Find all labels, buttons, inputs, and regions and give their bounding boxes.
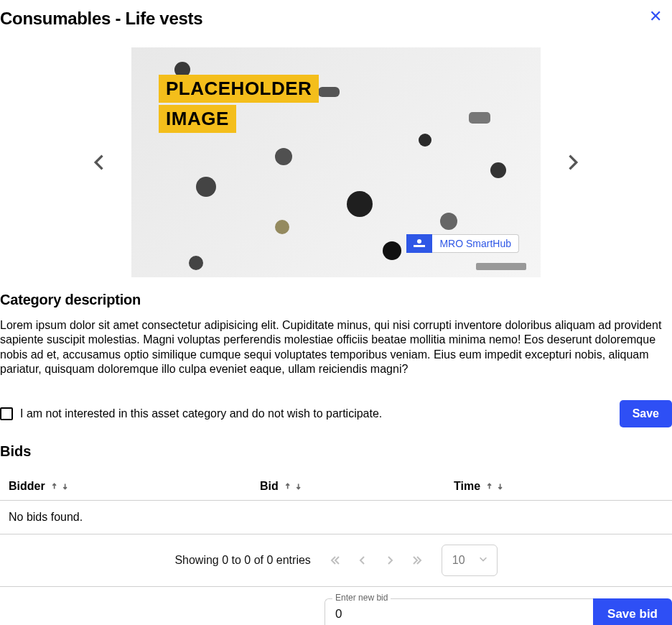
- page-size-select[interactable]: 10: [442, 545, 498, 576]
- pagination: Showing 0 to 0 of 0 entries 10: [0, 534, 672, 587]
- image-overlay-line1: PLACEHOLDER: [159, 75, 319, 103]
- brand-text: MRO SmartHub: [432, 234, 519, 253]
- opt-out-control[interactable]: I am not interested in this asset catego…: [0, 407, 382, 420]
- save-button[interactable]: Save: [620, 400, 672, 427]
- page-prev-icon[interactable]: [357, 555, 368, 566]
- iata-logo-icon: [406, 234, 432, 253]
- category-description-heading: Category description: [0, 292, 672, 308]
- save-bid-button[interactable]: Save bid: [593, 598, 672, 625]
- new-bid-input[interactable]: [325, 599, 593, 625]
- opt-out-label: I am not interested in this asset catego…: [20, 407, 382, 420]
- col-header-bid: Bid: [260, 480, 279, 493]
- asset-image: PLACEHOLDER IMAGE MRO SmartHub: [131, 47, 541, 277]
- page-size-value: 10: [452, 554, 465, 566]
- opt-out-checkbox[interactable]: [0, 407, 13, 420]
- chevron-left-icon[interactable]: [83, 145, 117, 180]
- col-header-time: Time: [454, 480, 480, 493]
- col-header-bidder: Bidder: [9, 480, 45, 493]
- page-next-icon[interactable]: [384, 555, 396, 566]
- bids-heading: Bids: [0, 443, 672, 460]
- empty-state: No bids found.: [0, 501, 672, 534]
- svg-rect-1: [414, 245, 425, 247]
- page-title: Consumables - Life vests: [0, 9, 202, 29]
- page-first-icon[interactable]: [330, 555, 341, 566]
- new-bid-field: Enter new bid: [325, 598, 593, 625]
- brand-badge: MRO SmartHub: [406, 234, 519, 253]
- new-bid-legend: Enter new bid: [332, 593, 391, 603]
- chevron-down-icon: [478, 554, 488, 567]
- image-overlay-line2: IMAGE: [159, 105, 236, 133]
- chevron-right-icon[interactable]: [555, 145, 589, 180]
- sort-icon[interactable]: [486, 481, 507, 491]
- close-icon[interactable]: ✕: [639, 9, 672, 24]
- sort-icon[interactable]: [51, 481, 72, 491]
- pagination-info: Showing 0 to 0 of 0 entries: [174, 554, 310, 567]
- category-description-body: Lorem ipsum dolor sit amet consectetur a…: [0, 318, 672, 377]
- svg-point-0: [417, 239, 421, 244]
- image-carousel: PLACEHOLDER IMAGE MRO SmartHub: [0, 47, 672, 277]
- bids-table: Bidder Bid Time No b: [0, 473, 672, 587]
- page-last-icon[interactable]: [411, 555, 423, 566]
- sort-icon[interactable]: [284, 481, 305, 491]
